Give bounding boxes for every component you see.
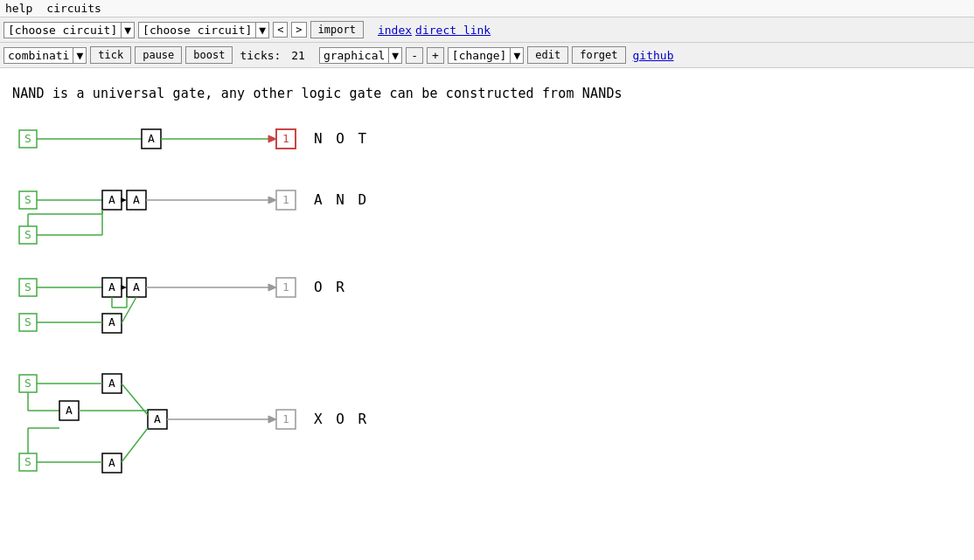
main-content: NAND is a universal gate, any other logi… [0,68,974,524]
svg-text:A: A [133,193,140,206]
direct-link-link[interactable]: direct link [415,24,490,37]
svg-text:A: A [108,315,115,328]
circuits-menu[interactable]: circuits [46,2,101,15]
not-circuit: S A 1 N O T [12,122,962,166]
choose-circuit-1-select[interactable]: [choose circuit] ▼ [3,22,135,38]
svg-text:S: S [24,193,31,206]
svg-text:N O T: N O T [314,130,369,147]
svg-marker-6 [268,135,276,142]
xor-circuit-svg: S A A A S A [12,367,397,480]
toolbar1: [choose circuit] ▼ [choose circuit] ▼ < … [0,17,974,43]
svg-text:A: A [108,456,115,469]
svg-text:S: S [24,377,31,390]
graphical-arrow[interactable]: ▼ [388,48,401,63]
choose-circuit-2-select[interactable]: [choose circuit] ▼ [138,22,269,38]
svg-text:S: S [24,228,31,241]
svg-text:A N D: A N D [314,191,369,208]
plus-button[interactable]: + [427,47,444,64]
nav-fwd-button[interactable]: > [291,22,306,38]
and-circuit-svg: S A A 1 A N D S [12,183,397,245]
svg-text:A: A [108,280,115,294]
not-circuit-svg: S A 1 N O T [12,122,397,157]
forget-button[interactable]: forget [572,46,625,64]
boost-button[interactable]: boost [185,46,233,64]
svg-text:A: A [133,280,140,294]
svg-text:1: 1 [282,280,289,294]
minus-button[interactable]: - [406,47,423,64]
menu-bar: help circuits [0,0,974,17]
svg-line-72 [122,428,148,462]
svg-marker-39 [268,284,276,291]
or-circuit: S A A 1 O R S A [12,271,962,349]
svg-text:S: S [24,132,31,145]
help-menu[interactable]: help [5,2,32,15]
svg-text:A: A [154,412,161,425]
pause-button[interactable]: pause [135,46,182,64]
svg-marker-15 [121,197,127,203]
svg-text:A: A [108,193,115,206]
svg-marker-74 [268,416,276,423]
svg-text:X O R: X O R [314,411,369,427]
svg-text:1: 1 [282,412,289,425]
svg-line-48 [122,297,136,323]
choose-circuit-1-arrow[interactable]: ▼ [121,23,134,38]
or-circuit-svg: S A A 1 O R S A [12,271,397,341]
svg-text:A: A [148,132,155,145]
import-button[interactable]: import [310,21,364,38]
nav-back-button[interactable]: < [273,22,288,38]
xor-circuit: S A A A S A [12,367,962,480]
graphical-select[interactable]: graphical ▼ [319,47,402,64]
change-select[interactable]: [change] ▼ [448,47,524,64]
toolbar2: combinati ▼ tick pause boost ticks: 21 g… [0,43,974,68]
svg-text:S: S [24,280,31,294]
intro-text: NAND is a universal gate, any other logi… [12,86,962,101]
svg-text:1: 1 [282,193,289,206]
ticks-label: ticks: 21 [240,49,304,62]
tick-button[interactable]: tick [90,46,131,64]
choose-circuit-2-arrow[interactable]: ▼ [255,23,268,38]
and-circuit: S A A 1 A N D S [12,183,962,253]
combinati-arrow[interactable]: ▼ [73,48,86,63]
svg-marker-35 [121,285,127,290]
svg-text:A: A [66,404,73,417]
svg-text:1: 1 [282,132,289,145]
change-arrow[interactable]: ▼ [510,48,523,63]
index-link[interactable]: index [378,24,412,37]
edit-button[interactable]: edit [527,46,568,64]
svg-text:S: S [24,315,31,328]
svg-marker-19 [268,197,276,204]
github-link[interactable]: github [633,49,674,62]
combinati-select[interactable]: combinati ▼ [3,47,87,64]
svg-text:O R: O R [314,279,347,295]
svg-text:S: S [24,455,31,468]
svg-text:A: A [108,377,115,390]
